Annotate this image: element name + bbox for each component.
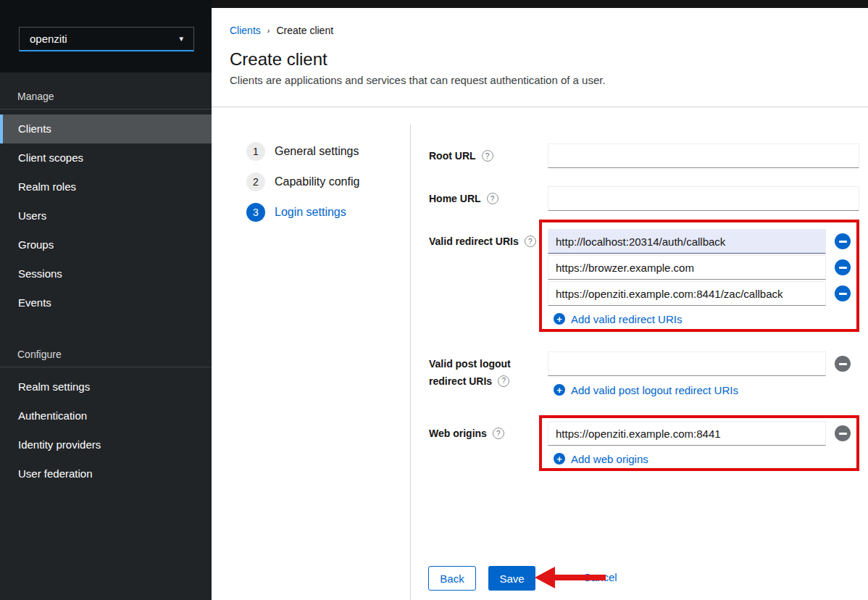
step-number: 1 (246, 142, 265, 161)
sidebar-item-realm-settings[interactable]: Realm settings (0, 372, 212, 401)
valid-redirect-uris-help-icon[interactable]: ? (525, 236, 536, 247)
label-text: Web origins (429, 428, 487, 439)
add-web-origins-link[interactable]: + Add web origins (554, 451, 648, 467)
page-header: Clients › Create client Create client Cl… (212, 8, 868, 107)
add-valid-post-logout-redirect-uris-link[interactable]: + Add valid post logout redirect URIs (554, 382, 738, 398)
step-label: General settings (275, 145, 359, 158)
web-origins-input[interactable] (548, 421, 826, 446)
plus-icon: + (554, 313, 565, 325)
add-valid-redirect-uris-link[interactable]: + Add valid redirect URIs (554, 311, 682, 327)
main-panel: Clients › Create client Create client Cl… (212, 8, 868, 600)
nav-section-title: Configure (0, 330, 212, 367)
save-button[interactable]: Save (488, 566, 535, 591)
plus-icon: + (554, 384, 565, 396)
page-title: Create client (230, 49, 868, 70)
home-url-help-icon[interactable]: ? (487, 193, 498, 204)
redirect-uri-input-3[interactable] (548, 281, 826, 306)
sidebar-item-users[interactable]: Users (0, 201, 212, 230)
home-url-input[interactable] (548, 186, 859, 211)
wizard-divider (410, 125, 411, 600)
minus-icon (839, 433, 847, 435)
step-label: Capability config (275, 175, 359, 188)
nav-divider (0, 367, 212, 367)
minus-icon (839, 241, 847, 243)
plus-icon: + (554, 453, 565, 464)
label-text: Root URL (429, 150, 476, 162)
add-link-text: Add valid redirect URIs (571, 313, 682, 325)
step-label: Login settings (275, 206, 346, 219)
sidebar-item-groups[interactable]: Groups (0, 230, 212, 259)
home-url-label: Home URL ? (429, 186, 498, 211)
post-logout-redirect-uri-input[interactable] (548, 351, 826, 376)
nav-divider (0, 109, 212, 109)
step-number: 2 (246, 172, 265, 191)
sidebar-item-client-scopes[interactable]: Client scopes (0, 143, 212, 172)
label-text: Valid redirect URIs (429, 236, 519, 247)
add-link-text: Add valid post logout redirect URIs (571, 384, 738, 396)
add-link-text: Add web origins (571, 453, 648, 465)
breadcrumb-separator-icon: › (267, 24, 270, 37)
remove-web-origin-button-disabled (835, 425, 851, 441)
wizard-step-general-settings[interactable]: 1 General settings (246, 142, 359, 161)
wizard-step-login-settings[interactable]: 3 Login settings (246, 203, 346, 222)
remove-redirect-uri-3-button[interactable] (835, 286, 851, 301)
sidebar-item-realm-roles[interactable]: Realm roles (0, 172, 212, 201)
redirect-uri-input-2[interactable] (548, 255, 826, 280)
page-subtitle: Clients are applications and services th… (230, 74, 868, 86)
redirect-uri-input-1[interactable] (548, 229, 826, 254)
realm-name: openziti (30, 33, 67, 45)
label-text: Home URL (429, 193, 481, 204)
web-origins-label: Web origins ? (429, 421, 504, 446)
minus-icon (839, 293, 847, 295)
sidebar-item-sessions[interactable]: Sessions (0, 259, 212, 288)
realm-selector[interactable]: openziti ▾ (19, 27, 194, 51)
sidebar-item-authentication[interactable]: Authentication (0, 401, 212, 430)
keycloak-admin-console: openziti ▾ Manage Clients Client scopes … (0, 0, 868, 600)
nav-section-configure: Configure Realm settings Authentication … (0, 330, 212, 488)
sidebar-item-user-federation[interactable]: User federation (0, 459, 212, 488)
arrow-head (535, 567, 555, 588)
sidebar: openziti ▾ Manage Clients Client scopes … (0, 0, 212, 600)
post-logout-help-icon[interactable]: ? (498, 375, 509, 387)
cancel-link[interactable]: Cancel (583, 571, 617, 583)
sidebar-header: openziti ▾ (0, 0, 212, 72)
remove-redirect-uri-1-button[interactable] (835, 233, 851, 249)
root-url-label: Root URL ? (429, 143, 493, 168)
minus-icon (839, 363, 847, 365)
label-text: Valid post logout (429, 355, 511, 372)
minus-icon (839, 267, 847, 269)
sidebar-item-events[interactable]: Events (0, 288, 212, 317)
valid-redirect-uris-label: Valid redirect URIs ? (429, 229, 536, 254)
back-button[interactable]: Back (428, 566, 476, 591)
valid-post-logout-redirect-uris-label: Valid post logout redirect URIs ? (429, 355, 511, 390)
nav-section-manage: Manage Clients Client scopes Realm roles… (0, 72, 212, 317)
remove-post-logout-uri-button-disabled (835, 356, 851, 372)
step-number: 3 (246, 203, 265, 222)
breadcrumb-clients-link[interactable]: Clients (230, 24, 261, 37)
sidebar-nav: Manage Clients Client scopes Realm roles… (0, 72, 212, 488)
root-url-help-icon[interactable]: ? (482, 150, 493, 162)
chevron-down-icon: ▾ (179, 34, 183, 43)
nav-section-title: Manage (0, 72, 212, 109)
breadcrumb-current: Create client (276, 24, 333, 37)
web-origins-help-icon[interactable]: ? (493, 428, 504, 439)
wizard-step-capability-config[interactable]: 2 Capability config (246, 172, 359, 191)
remove-redirect-uri-2-button[interactable] (835, 259, 851, 275)
sidebar-item-clients[interactable]: Clients (0, 114, 212, 143)
sidebar-item-identity-providers[interactable]: Identity providers (0, 430, 212, 459)
label-text: redirect URIs (429, 372, 492, 390)
breadcrumb: Clients › Create client (230, 24, 868, 37)
root-url-input[interactable] (548, 143, 859, 168)
